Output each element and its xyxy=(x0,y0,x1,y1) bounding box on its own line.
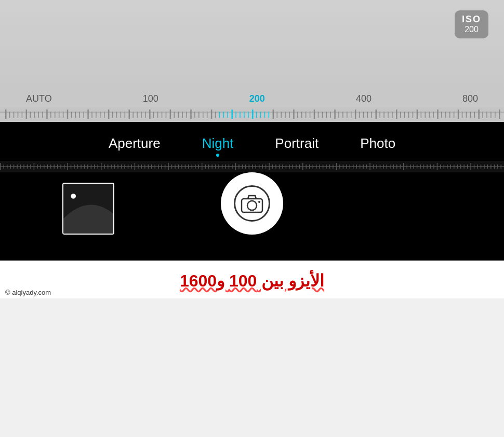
svg-rect-218 xyxy=(319,165,320,169)
svg-rect-226 xyxy=(346,165,347,169)
svg-rect-255 xyxy=(444,165,445,169)
svg-rect-182 xyxy=(198,165,200,169)
svg-rect-6 xyxy=(26,110,28,119)
mode-photo[interactable]: Photo xyxy=(339,131,416,156)
svg-rect-258 xyxy=(454,165,455,169)
svg-rect-214 xyxy=(306,165,307,169)
top-section: ISO 200 xyxy=(0,0,504,88)
svg-rect-260 xyxy=(460,165,461,169)
svg-rect-169 xyxy=(154,165,155,169)
svg-rect-19 xyxy=(79,112,81,118)
svg-rect-126 xyxy=(10,165,11,169)
svg-rect-5 xyxy=(22,112,23,118)
svg-rect-101 xyxy=(417,110,418,119)
svg-rect-247 xyxy=(417,165,418,169)
svg-rect-37 xyxy=(153,112,154,118)
svg-rect-4 xyxy=(18,112,19,118)
svg-point-277 xyxy=(247,201,257,210)
iso-tick-bar[interactable]: // Will be rendered via inline approach xyxy=(0,107,504,122)
watermark: © alqiyady.com xyxy=(0,286,56,298)
mode-selector: Aperture Night Portrait Photo xyxy=(0,122,504,161)
svg-rect-26 xyxy=(108,110,110,119)
svg-rect-183 xyxy=(202,163,203,170)
svg-rect-2 xyxy=(9,112,10,118)
bottom-text-area: الأيزو بين 100 و1600 © alqiyady.com xyxy=(0,261,504,298)
svg-rect-129 xyxy=(20,165,21,169)
svg-rect-193 xyxy=(235,163,236,170)
svg-rect-24 xyxy=(100,112,101,118)
svg-rect-36 xyxy=(149,110,151,119)
svg-rect-69 xyxy=(285,112,286,118)
gallery-thumbnail[interactable] xyxy=(62,183,114,235)
controls-area xyxy=(0,172,504,261)
mode-night[interactable]: Night xyxy=(181,131,255,156)
svg-rect-102 xyxy=(421,112,422,118)
svg-rect-168 xyxy=(151,165,152,169)
svg-rect-234 xyxy=(373,165,374,169)
iso-100[interactable]: 100 xyxy=(143,93,158,104)
svg-rect-57 xyxy=(235,112,236,118)
svg-rect-164 xyxy=(138,165,139,169)
svg-rect-108 xyxy=(445,112,446,118)
svg-rect-219 xyxy=(323,165,324,169)
svg-rect-45 xyxy=(186,112,187,118)
svg-rect-135 xyxy=(41,165,42,169)
iso-200[interactable]: 200 xyxy=(249,93,265,104)
svg-rect-39 xyxy=(162,112,163,118)
svg-rect-118 xyxy=(486,112,487,118)
watermark-text: alqiyady.com xyxy=(12,289,51,296)
svg-rect-139 xyxy=(54,165,55,169)
svg-rect-181 xyxy=(195,165,196,169)
svg-rect-272 xyxy=(501,165,502,169)
svg-rect-155 xyxy=(108,165,109,169)
svg-rect-56 xyxy=(231,110,233,119)
svg-rect-232 xyxy=(366,165,367,169)
svg-rect-132 xyxy=(30,165,31,169)
svg-rect-50 xyxy=(207,112,208,118)
svg-rect-59 xyxy=(244,112,245,118)
svg-rect-84 xyxy=(347,112,348,118)
svg-rect-242 xyxy=(400,165,401,169)
svg-rect-195 xyxy=(242,165,243,169)
svg-rect-146 xyxy=(77,165,78,169)
svg-rect-178 xyxy=(185,165,186,169)
svg-rect-90 xyxy=(372,112,373,118)
svg-rect-117 xyxy=(482,112,483,118)
svg-rect-237 xyxy=(383,165,384,169)
svg-rect-62 xyxy=(256,112,257,118)
iso-auto[interactable]: AUTO xyxy=(26,93,52,104)
iso-badge[interactable]: ISO 200 xyxy=(455,10,488,38)
svg-rect-229 xyxy=(356,165,357,169)
iso-400[interactable]: 400 xyxy=(356,93,372,104)
svg-rect-31 xyxy=(129,110,130,119)
svg-rect-51 xyxy=(211,110,213,119)
svg-rect-10 xyxy=(42,112,43,118)
svg-rect-271 xyxy=(497,165,498,169)
svg-rect-223 xyxy=(336,163,337,170)
mode-aperture[interactable]: Aperture xyxy=(88,131,181,156)
svg-rect-250 xyxy=(427,165,428,169)
svg-rect-161 xyxy=(128,165,129,169)
svg-rect-134 xyxy=(37,165,38,169)
iso-800[interactable]: 800 xyxy=(462,93,478,104)
svg-rect-254 xyxy=(440,165,441,169)
watermark-icon: © xyxy=(5,289,10,296)
shutter-button[interactable] xyxy=(221,172,283,235)
svg-rect-212 xyxy=(299,165,300,169)
svg-rect-67 xyxy=(277,112,278,118)
svg-rect-150 xyxy=(91,165,92,169)
camera-icon xyxy=(234,185,270,222)
bottom-title: الأيزو بين 100 و1600 xyxy=(180,271,324,291)
svg-rect-113 xyxy=(466,112,467,118)
svg-rect-262 xyxy=(467,165,468,169)
svg-rect-18 xyxy=(75,112,76,118)
svg-rect-22 xyxy=(91,112,92,118)
svg-rect-107 xyxy=(441,112,442,118)
mode-portrait[interactable]: Portrait xyxy=(254,131,339,156)
svg-rect-27 xyxy=(112,112,113,118)
svg-rect-165 xyxy=(141,165,142,169)
svg-rect-253 xyxy=(437,163,438,170)
svg-rect-105 xyxy=(433,112,434,118)
svg-rect-91 xyxy=(376,110,377,119)
svg-rect-189 xyxy=(222,165,223,169)
